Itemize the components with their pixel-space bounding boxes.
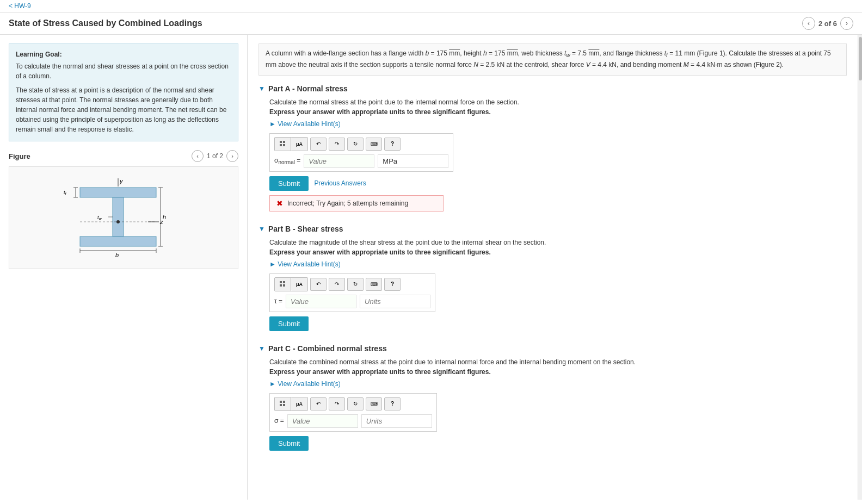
part-a-feedback-box: ✖ Incorrect; Try Again; 5 attempts remai… [269,195,444,211]
part-c-hint-link[interactable]: ► View Available Hint(s) [269,380,847,388]
part-a-answer-box: μA ↶ ↷ ↻ ⌨ ? σnormal = [269,133,453,172]
part-c-redo-button[interactable]: ↷ [329,397,345,410]
problem-statement: A column with a wide-flange section has … [258,43,847,76]
part-c-input-row: σ = [272,413,434,429]
part-c-hint-text: View Available Hint(s) [278,380,341,388]
svg-text:h: h [163,214,166,220]
part-b-undo-button[interactable]: ↶ [310,278,327,291]
figure-nav: ‹ 1 of 2 › [192,150,238,162]
part-a-refresh-button[interactable]: ↻ [347,138,364,151]
part-c-units-input[interactable] [361,414,432,428]
part-a-hint-link[interactable]: ► View Available Hint(s) [269,120,847,128]
part-a-keyboard-button[interactable]: ⌨ [366,138,382,151]
part-c-header[interactable]: ▼ Part C - Combined normal stress [258,344,847,353]
part-c-section: ▼ Part C - Combined normal stress Calcul… [258,344,847,451]
part-a-matrix-button[interactable] [275,138,291,151]
part-b-keyboard-button[interactable]: ⌨ [366,278,382,291]
svg-rect-28 [283,281,285,283]
svg-rect-25 [280,144,282,146]
part-a-header[interactable]: ▼ Part A - Normal stress [258,84,847,93]
part-c-matrix-button[interactable] [275,397,291,410]
part-a-matrix-group: μA [274,137,308,151]
part-a-help-button[interactable]: ? [384,138,401,151]
part-b-toolbar: μA ↶ ↷ ↻ ⌨ ? [272,276,433,294]
part-b-hint-arrow: ► [269,260,276,268]
part-c-undo-button[interactable]: ↶ [310,397,327,410]
svg-rect-26 [283,144,285,146]
part-b-value-input[interactable] [286,295,356,308]
part-a-units-input[interactable] [378,154,448,168]
part-a-title: Part A - Normal stress [268,84,348,93]
svg-text:tw: tw [97,215,102,221]
part-b-answer-box: μA ↶ ↷ ↻ ⌨ ? τ = [269,273,435,312]
page-scrollbar[interactable] [858,35,862,500]
page-navigation: ‹ 2 of 6 › [802,17,853,30]
part-b-hint-link[interactable]: ► View Available Hint(s) [269,260,847,268]
left-panel: Learning Goal: To calculate the normal a… [0,35,248,500]
learning-goal-text1: To calculate the normal and shear stress… [16,61,231,81]
prev-page-button[interactable]: ‹ [802,17,815,30]
figure-next-button[interactable]: › [226,150,238,162]
scrollbar-thumb [859,37,862,80]
part-b-help-button[interactable]: ? [384,278,401,291]
part-c-instruction: Express your answer with appropriate uni… [269,368,847,376]
problem-text: A column with a wide-flange section has … [266,49,831,69]
part-b-redo-button[interactable]: ↷ [329,278,345,291]
learning-goal-title: Learning Goal: [16,51,231,58]
part-b-mu-button[interactable]: μA [291,278,307,291]
svg-rect-29 [280,284,282,287]
svg-rect-32 [283,401,285,403]
part-a-feedback-icon: ✖ [276,199,283,208]
part-b-input-row: τ = [272,294,433,309]
part-b-instruction: Express your answer with appropriate uni… [269,248,847,256]
part-a-prev-answers-link[interactable]: Previous Answers [314,179,366,187]
svg-text:y: y [119,178,124,184]
figure-prev-button[interactable]: ‹ [192,150,204,162]
hw-back-link[interactable]: < HW-9 [9,2,31,10]
learning-goal-box: Learning Goal: To calculate the normal a… [9,43,238,141]
page-title: State of Stress Caused by Combined Loadi… [9,18,202,28]
svg-rect-31 [280,401,282,403]
part-a-label: σnormal = [274,157,300,165]
part-c-value-input[interactable] [287,414,358,428]
part-b-header[interactable]: ▼ Part B - Shear stress [258,225,847,233]
part-a-submit-button[interactable]: Submit [269,176,309,191]
part-a-collapse-icon: ▼ [258,85,265,92]
svg-text:b: b [115,252,119,258]
svg-text:tf: tf [64,190,67,196]
learning-goal-text2: The state of stress at a point is a desc… [16,85,231,134]
part-c-toolbar: μA ↶ ↷ ↻ ⌨ ? [272,396,434,413]
part-c-answer-box: μA ↶ ↷ ↻ ⌨ ? σ = [269,393,437,432]
part-b-matrix-button[interactable] [275,278,291,291]
part-b-submit-button[interactable]: Submit [269,316,309,331]
part-c-help-button[interactable]: ? [384,397,401,410]
part-a-submit-row: Submit Previous Answers [269,176,847,191]
part-c-keyboard-button[interactable]: ⌨ [366,397,382,410]
svg-rect-5 [113,197,124,237]
part-a-hint-text: View Available Hint(s) [278,120,341,128]
svg-rect-33 [280,404,282,406]
svg-rect-27 [280,281,282,283]
part-c-title: Part C - Combined normal stress [268,344,387,353]
part-c-mu-button[interactable]: μA [291,397,307,410]
part-a-feedback-text: Incorrect; Try Again; 5 attempts remaini… [287,200,408,207]
part-c-submit-button[interactable]: Submit [269,436,309,451]
part-a-undo-button[interactable]: ↶ [310,138,327,151]
next-page-button[interactable]: › [840,17,853,30]
part-c-refresh-button[interactable]: ↻ [347,397,364,410]
part-c-description: Calculate the combined normal stress at … [269,358,847,366]
part-a-mu-button[interactable]: μA [291,138,307,151]
page-indicator: 2 of 6 [818,20,837,28]
part-b-refresh-button[interactable]: ↻ [347,278,364,291]
part-b-units-input[interactable] [360,295,430,308]
part-b-title: Part B - Shear stress [268,225,343,233]
part-b-matrix-group: μA [274,277,308,291]
part-b-submit-row: Submit [269,316,847,331]
part-c-matrix-group: μA [274,397,308,411]
svg-rect-24 [283,141,285,143]
part-b-collapse-icon: ▼ [258,225,265,233]
figure-section: Figure ‹ 1 of 2 › y z [9,150,238,269]
part-a-redo-button[interactable]: ↷ [329,138,345,151]
part-a-value-input[interactable] [304,154,374,168]
svg-rect-23 [280,141,282,143]
